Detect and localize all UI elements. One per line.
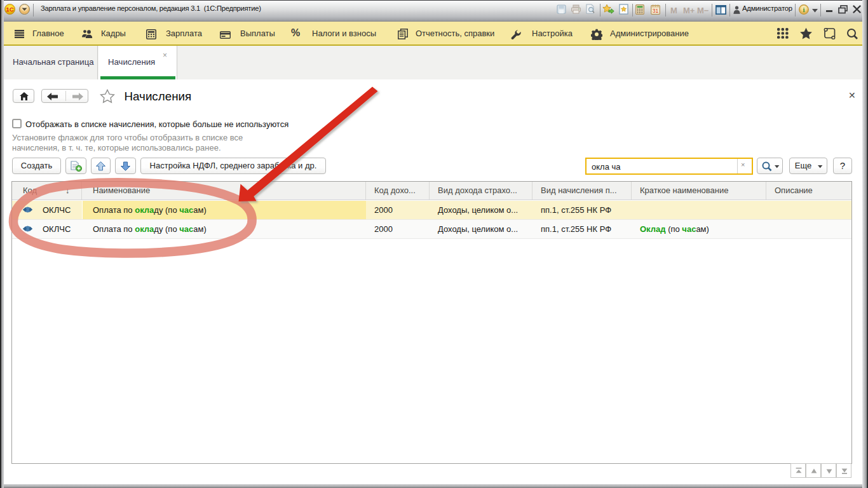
- svg-text:i: i: [803, 6, 804, 13]
- svg-text:31: 31: [653, 8, 659, 14]
- svg-text:1C: 1C: [6, 6, 13, 13]
